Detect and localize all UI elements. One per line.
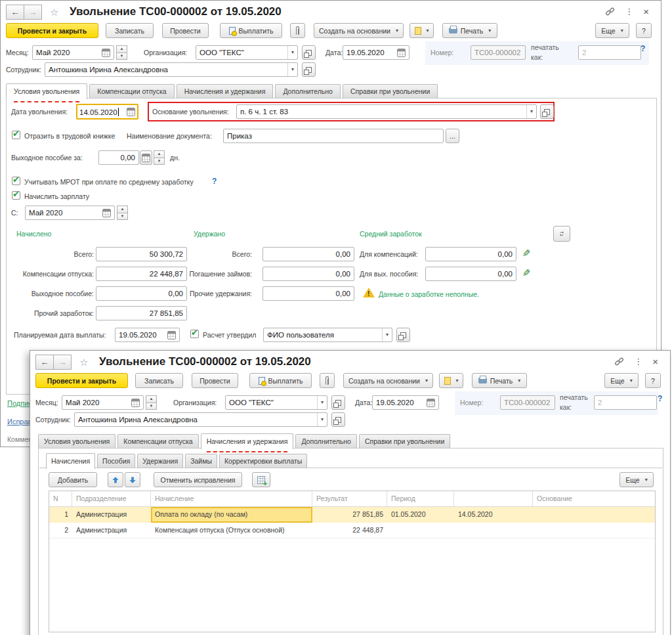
- planned-date-input[interactable]: 19.05.2020: [115, 328, 180, 342]
- approver-open-button[interactable]: [396, 328, 410, 342]
- edit-pencil-icon[interactable]: ✎: [522, 248, 531, 259]
- save-button[interactable]: Записать: [135, 373, 183, 388]
- favorite-star-icon[interactable]: ☆: [79, 357, 88, 368]
- severance-calc-button[interactable]: [140, 150, 152, 165]
- dropdown-icon[interactable]: ▾: [287, 63, 297, 76]
- severance-spinner[interactable]: ▲▼: [154, 150, 165, 165]
- more-menu-icon[interactable]: ⋮: [634, 357, 642, 366]
- mrot-checkbox[interactable]: [12, 177, 20, 185]
- back-button[interactable]: ←: [35, 355, 54, 370]
- table-row[interactable]: 2 Администрация Компенсация отпуска (Отп…: [49, 523, 655, 538]
- link-icon[interactable]: [605, 7, 615, 16]
- approved-checkbox[interactable]: [190, 330, 199, 338]
- calendar-icon[interactable]: [397, 49, 406, 57]
- close-icon[interactable]: ×: [652, 356, 658, 367]
- subtab-deductions[interactable]: Удержания: [137, 454, 183, 468]
- employee-input[interactable]: Антошкина Ирина Александровна▾: [45, 62, 298, 77]
- tab-additional[interactable]: Дополнительно: [275, 84, 341, 99]
- create-doc-dropdown-button[interactable]: ▾: [410, 23, 434, 38]
- help-question-icon[interactable]: ?: [658, 394, 662, 403]
- create-doc-dropdown-button[interactable]: ▾: [439, 373, 463, 388]
- post-button[interactable]: Провести: [162, 23, 209, 38]
- col-header-period2[interactable]: [454, 491, 533, 506]
- organization-input[interactable]: ООО "ТЕКС"▾: [196, 45, 298, 60]
- accrue-salary-checkbox[interactable]: [12, 191, 20, 200]
- help-question-icon[interactable]: ?: [640, 44, 645, 53]
- pay-button[interactable]: Выплатить: [249, 373, 312, 388]
- subtab-payment-adjustments[interactable]: Корректировки выплаты: [219, 454, 307, 468]
- tab-dismissal-certificates[interactable]: Справки при увольнении: [359, 434, 450, 449]
- severance-input[interactable]: 0,00: [98, 150, 139, 165]
- more-menu-icon[interactable]: ⋮: [625, 7, 633, 16]
- avg-compensation-input[interactable]: 0,00: [425, 247, 516, 261]
- month-input[interactable]: Май 2020: [32, 45, 114, 60]
- reason-open-button[interactable]: [540, 104, 554, 119]
- col-header-n[interactable]: N: [49, 491, 72, 506]
- more-button[interactable]: Еще▾: [595, 23, 629, 38]
- month-spinner[interactable]: ▲▼: [146, 395, 157, 410]
- month-input[interactable]: Май 2020: [62, 395, 144, 410]
- table-more-button[interactable]: Еще▾: [620, 472, 654, 487]
- cancel-fixes-button[interactable]: Отменить исправления: [154, 472, 242, 487]
- col-header-period[interactable]: Период: [387, 491, 454, 506]
- accrued-compensation-input[interactable]: 22 448,87: [96, 267, 187, 281]
- change-form-button[interactable]: [252, 472, 270, 487]
- print-button[interactable]: Печать▾: [442, 23, 497, 38]
- post-close-button[interactable]: Провести и закрыть: [35, 373, 128, 388]
- save-button[interactable]: Записать: [106, 23, 154, 38]
- avg-severance-input[interactable]: 0,00: [425, 267, 516, 281]
- pay-button[interactable]: Выплатить: [220, 23, 282, 38]
- document-name-input[interactable]: Приказ: [223, 129, 444, 143]
- col-header-basis[interactable]: Основание: [533, 491, 655, 506]
- dismissal-date-input[interactable]: 14.05.2020: [76, 104, 138, 120]
- col-header-result[interactable]: Результат: [312, 491, 387, 506]
- organization-input[interactable]: ООО "ТЕКС"▾: [225, 395, 327, 410]
- calendar-icon[interactable]: [131, 399, 140, 407]
- post-close-button[interactable]: Провести и закрыть: [6, 23, 98, 38]
- add-row-button[interactable]: Добавить: [49, 472, 97, 487]
- accrued-severance-input[interactable]: 0,00: [96, 286, 187, 301]
- forward-button[interactable]: →: [53, 355, 72, 370]
- approver-input[interactable]: ФИО пользователя▾: [263, 328, 392, 342]
- dropdown-icon[interactable]: ▾: [317, 413, 327, 426]
- document-name-dots-button[interactable]: ...: [446, 129, 459, 143]
- date-input[interactable]: 19.05.2020: [372, 395, 439, 410]
- calendar-icon[interactable]: [127, 108, 135, 116]
- tab-dismissal-conditions[interactable]: Условия увольнения: [6, 83, 87, 99]
- tab-dismissal-conditions[interactable]: Условия увольнения: [38, 434, 116, 449]
- date-input[interactable]: 19.05.2020: [343, 45, 410, 60]
- tab-accruals-deductions[interactable]: Начисления и удержания: [177, 84, 274, 99]
- attachments-button[interactable]: [290, 23, 305, 38]
- edit-pencil-icon[interactable]: ✎: [522, 268, 531, 278]
- dropdown-icon[interactable]: ▾: [526, 105, 536, 118]
- accrued-other-input[interactable]: 27 851,85: [96, 306, 187, 320]
- link-icon[interactable]: [614, 357, 624, 366]
- withheld-loans-input[interactable]: 0,00: [262, 267, 354, 281]
- col-header-accrual[interactable]: Начисление: [151, 491, 312, 506]
- month-spinner[interactable]: ▲▼: [116, 45, 127, 60]
- col-header-department[interactable]: Подразделение: [72, 491, 151, 506]
- print-as-input[interactable]: 2: [578, 45, 641, 60]
- tab-vacation-compensation[interactable]: Компенсации отпуска: [117, 434, 198, 449]
- dropdown-icon[interactable]: ▾: [287, 46, 297, 59]
- tab-vacation-compensation[interactable]: Компенсации отпуска: [89, 84, 174, 99]
- favorite-star-icon[interactable]: ☆: [50, 7, 58, 18]
- accrued-total-input[interactable]: 50 300,72: [96, 247, 187, 261]
- tab-additional[interactable]: Дополнительно: [295, 434, 357, 449]
- help-button[interactable]: ?: [636, 23, 652, 38]
- refresh-button[interactable]: [553, 226, 570, 242]
- withheld-total-input[interactable]: 0,00: [262, 247, 354, 261]
- employee-open-button[interactable]: [302, 62, 316, 77]
- from-month-input[interactable]: Май 2020: [25, 206, 115, 220]
- reflect-workbook-checkbox[interactable]: [12, 131, 20, 139]
- tab-dismissal-certificates[interactable]: Справки при увольнении: [343, 84, 438, 99]
- print-as-input[interactable]: 2: [594, 395, 657, 410]
- from-month-spinner[interactable]: ▲▼: [117, 206, 128, 220]
- more-button[interactable]: Еще▾: [604, 373, 639, 388]
- back-button[interactable]: ←: [6, 5, 24, 20]
- dropdown-icon[interactable]: ▾: [317, 396, 327, 409]
- subtab-benefits[interactable]: Пособия: [97, 454, 135, 468]
- employee-open-button[interactable]: [331, 412, 345, 427]
- create-based-on-button[interactable]: Создать на основании▾: [314, 23, 404, 38]
- subtab-loans[interactable]: Займы: [185, 454, 217, 468]
